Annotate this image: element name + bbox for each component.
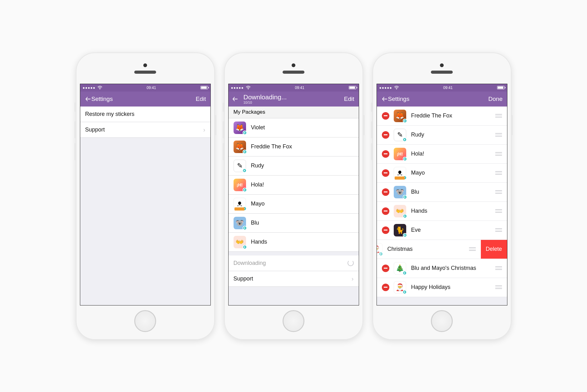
- package-edit-row[interactable]: 🦊 Freddie The Fox: [377, 107, 507, 126]
- delete-minus-button[interactable]: [382, 226, 389, 234]
- spinner-icon: [348, 260, 354, 266]
- svg-point-2: [396, 89, 397, 89]
- edit-button[interactable]: Edit: [344, 96, 354, 102]
- package-row[interactable]: ✎ Rudy: [229, 156, 359, 176]
- sticker-avatar: ¡H!: [234, 179, 246, 191]
- done-button[interactable]: Done: [488, 96, 502, 102]
- sticker-avatar: 👐: [234, 236, 246, 248]
- package-name: Blu: [411, 189, 419, 195]
- package-row[interactable]: ¡H! Hola!: [229, 176, 359, 195]
- sticker-avatar: 🦊: [234, 141, 246, 153]
- delete-minus-button[interactable]: [382, 112, 389, 120]
- package-edit-row[interactable]: 🐈 Eve: [377, 221, 507, 240]
- package-edit-row[interactable]: 🎅 Happy Holidays: [377, 278, 507, 297]
- package-edit-row[interactable]: 🎅 ChristmasDelete: [377, 240, 507, 259]
- phone-frame-3: ●●●●● 09:41 Settings Done 🦊 Freddie The …: [372, 52, 511, 340]
- support-row[interactable]: Support ›: [229, 271, 359, 287]
- home-button[interactable]: [134, 310, 156, 332]
- nav-title: Downloading...: [244, 93, 340, 101]
- status-bar: ●●●●● 09:41: [229, 84, 359, 92]
- package-name: Blu: [251, 220, 259, 226]
- svg-point-1: [248, 89, 249, 89]
- package-name: Rudy: [251, 162, 264, 169]
- edit-button[interactable]: Edit: [196, 96, 206, 102]
- delete-minus-button[interactable]: [382, 131, 389, 139]
- sticker-avatar: ✎: [234, 160, 246, 172]
- reorder-handle-icon[interactable]: [495, 114, 502, 117]
- delete-minus-button[interactable]: [382, 169, 389, 177]
- package-edit-row[interactable]: 🎄 Blu and Mayo's Christmas: [377, 259, 507, 278]
- package-edit-row[interactable]: ✎ Rudy: [377, 126, 507, 145]
- play-badge-icon: [402, 290, 407, 294]
- delete-minus-button[interactable]: [382, 284, 389, 291]
- home-button[interactable]: [283, 310, 304, 332]
- package-edit-row[interactable]: 🐨 Blu: [377, 183, 507, 202]
- back-button[interactable]: [381, 96, 388, 102]
- screen-2: ●●●●● 09:41 Downloading... 10/10 Edit My…: [228, 84, 359, 305]
- play-badge-icon: [402, 137, 407, 142]
- play-badge-icon: [379, 252, 383, 256]
- reorder-handle-icon[interactable]: [495, 285, 502, 289]
- phone-frame-2: ●●●●● 09:41 Downloading... 10/10 Edit My…: [224, 52, 363, 340]
- reorder-handle-icon[interactable]: [495, 152, 502, 156]
- play-badge-icon: [403, 119, 407, 123]
- reorder-handle-icon[interactable]: [495, 133, 502, 136]
- package-edit-row[interactable]: ¡H! Hola!: [377, 145, 507, 164]
- play-badge-icon: [403, 157, 407, 161]
- delete-button[interactable]: Delete: [481, 240, 507, 259]
- package-edit-row[interactable]: ᴥ Mayo: [377, 164, 507, 183]
- delete-minus-button[interactable]: [382, 188, 389, 196]
- nav-bar: Downloading... 10/10 Edit: [229, 92, 359, 107]
- sticker-avatar: 🦊: [394, 110, 406, 122]
- reorder-handle-icon[interactable]: [495, 171, 502, 175]
- package-row[interactable]: 🐨 Blu: [229, 214, 359, 233]
- package-edit-row[interactable]: 👐 Hands: [377, 202, 507, 221]
- play-badge-icon: [243, 131, 247, 135]
- nav-bar: Settings Edit: [80, 92, 210, 107]
- row-label: Downloading: [234, 260, 266, 266]
- reorder-handle-icon[interactable]: [469, 247, 476, 251]
- signal-icon: ●●●●●: [83, 86, 102, 90]
- reorder-handle-icon[interactable]: [495, 228, 502, 232]
- chevron-right-icon: ›: [352, 275, 354, 282]
- package-row[interactable]: ᴥ Mayo: [229, 195, 359, 214]
- support-row[interactable]: Support ›: [80, 122, 210, 138]
- battery-icon: [200, 86, 208, 89]
- sticker-avatar: 👐: [394, 205, 406, 217]
- reorder-handle-icon[interactable]: [495, 266, 502, 270]
- package-row[interactable]: 🦊 Freddie The Fox: [229, 137, 359, 156]
- package-row[interactable]: 🦊 Violet: [229, 118, 359, 137]
- settings-list: Restore my stickers Support ›: [80, 107, 210, 138]
- package-name: Hola!: [411, 151, 424, 157]
- chevron-right-icon: ›: [203, 126, 205, 133]
- back-button[interactable]: [232, 96, 239, 102]
- package-name: Violet: [251, 124, 265, 131]
- delete-minus-button[interactable]: [382, 265, 389, 272]
- status-time: 09:41: [443, 86, 453, 90]
- play-badge-icon: [243, 226, 247, 230]
- delete-minus-button[interactable]: [382, 150, 389, 158]
- sticker-avatar: 🎄: [394, 262, 406, 275]
- nav-title: Settings: [91, 96, 113, 102]
- sticker-avatar: 🦊: [234, 122, 246, 134]
- packages-list[interactable]: My Packages 🦊 Violet 🦊 Freddie The Fox ✎…: [229, 107, 359, 287]
- back-button[interactable]: [85, 96, 91, 102]
- nav-bar: Settings Done: [377, 92, 507, 107]
- package-name: Hands: [251, 239, 267, 245]
- packages-edit-list[interactable]: 🦊 Freddie The Fox✎ Rudy¡H! Hola!ᴥ: [377, 107, 507, 297]
- package-name: Blu and Mayo's Christmas: [411, 265, 476, 271]
- downloading-row: Downloading: [229, 256, 359, 271]
- signal-icon: ●●●●●: [379, 86, 399, 90]
- battery-icon: [349, 86, 356, 89]
- battery-icon: [497, 86, 505, 89]
- home-button[interactable]: [431, 310, 453, 332]
- package-row[interactable]: 👐 Hands: [229, 233, 359, 252]
- restore-stickers-row[interactable]: Restore my stickers: [80, 107, 210, 122]
- reorder-handle-icon[interactable]: [495, 190, 502, 194]
- play-badge-icon: [243, 150, 247, 154]
- sticker-avatar: ✎: [394, 129, 406, 141]
- delete-minus-button[interactable]: [382, 207, 389, 215]
- play-badge-icon: [403, 195, 407, 199]
- sticker-avatar: 🐨: [234, 217, 246, 229]
- reorder-handle-icon[interactable]: [495, 209, 502, 213]
